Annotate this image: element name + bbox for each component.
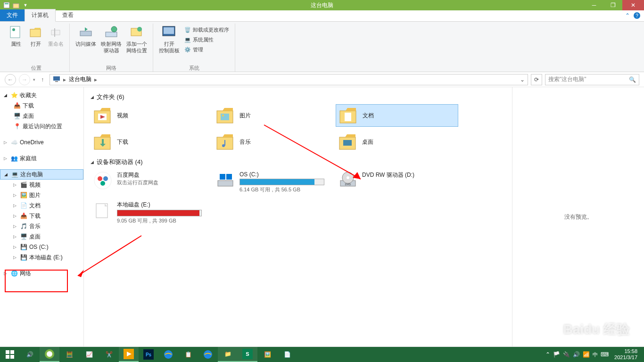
sidebar-dl2[interactable]: ▷📥下载 [0,211,83,221]
svg-point-12 [111,26,117,32]
folder-video[interactable]: 视频 [91,104,213,127]
task-explorer[interactable]: 📁 [218,347,238,362]
sidebar-desk2[interactable]: ▷🖥️桌面 [0,231,83,242]
search-input[interactable]: 搜索"这台电脑" 🔍 [545,74,639,85]
svg-rect-16 [164,27,174,34]
task-app1[interactable]: 🔊 [20,347,40,362]
sidebar-network[interactable]: ▷🌐网络 [0,268,83,279]
task-wps[interactable]: S [238,347,257,362]
drive-locale[interactable]: 本地磁盘 (E:)9.05 GB 可用 , 共 399 GB [91,199,213,226]
sidebar-homegroup[interactable]: ▷👥家庭组 [0,153,83,164]
task-ps[interactable]: Ps [139,347,158,362]
control-panel-button[interactable]: 打开 控制面板 [157,24,182,55]
sidebar-thispc[interactable]: ◢💻这台电脑 [0,169,83,180]
manage-button[interactable]: ⚙️管理 [182,45,231,54]
manage-icon: ⚙️ [184,47,191,53]
task-snip[interactable]: 📈 [79,347,99,362]
back-button[interactable]: ← [5,74,16,85]
task-app5[interactable]: 📋 [178,347,198,362]
address-bar[interactable]: ▸ 这台电脑 ▸ ⌄ [50,74,528,85]
sidebar-favorites[interactable]: ◢⭐收藏夹 [0,90,83,100]
section-devices[interactable]: ◢设备和驱动器 (4) [91,158,505,166]
properties-button[interactable]: 属性 [7,24,25,48]
uninstall-button[interactable]: 🗑️卸载或更改程序 [182,25,231,34]
help-icon[interactable]: ? [634,12,640,19]
folder-desktop[interactable]: 桌面 [336,131,458,153]
svg-rect-9 [80,31,91,36]
history-dropdown-icon[interactable]: ▾ [33,77,35,82]
sidebar-desktop[interactable]: 🖥️桌面 [0,111,83,121]
qat-properties-icon[interactable] [3,1,10,9]
folder-download[interactable]: 下载 [91,131,213,153]
task-ie2[interactable] [198,347,218,362]
window-controls: ─ ❐ ✕ [585,0,644,10]
tray-volume-icon[interactable]: 🔊 [573,351,580,358]
svg-point-58 [47,351,52,357]
svg-rect-0 [4,2,9,8]
sidebar-onedrive[interactable]: ▷☁️OneDrive [0,137,83,148]
sidebar-video[interactable]: ▷🎬视频 [0,180,83,190]
folder-picture[interactable]: 图片 [213,104,336,127]
tray-flag-icon[interactable]: 🏳️ [553,351,560,358]
task-calc[interactable]: 🧮 [59,347,79,362]
tray-ime-icon[interactable]: 中 [593,351,598,358]
rename-button[interactable]: 重命名 [46,24,66,48]
star-icon: ⭐ [10,91,18,99]
svg-rect-7 [51,30,60,35]
sidebar-music[interactable]: ▷🎵音乐 [0,221,83,231]
start-button[interactable] [0,347,20,362]
refresh-button[interactable]: ⟳ [531,74,542,85]
ribbon-collapse-icon[interactable]: ⌃ [625,12,630,19]
qat-newfolder-icon[interactable] [12,1,20,9]
map-drive-button[interactable]: 映射网络 驱动器 [99,24,124,55]
tab-computer[interactable]: 计算机 [25,9,56,22]
task-browser[interactable] [40,347,59,362]
svg-marker-20 [94,108,110,111]
drive-dvd[interactable]: DVD DVD RW 驱动器 (D:) [336,169,458,195]
up-button[interactable]: ↑ [38,75,47,84]
tray-ime2-icon[interactable]: ⌨ [601,351,609,358]
tray-net-icon[interactable]: 📶 [583,351,590,358]
download-icon: 📥 [13,102,21,109]
sidebar-recent[interactable]: 📍最近访问的位置 [0,121,83,132]
section-folders[interactable]: ◢文件夹 (6) [91,93,505,101]
ribbon-group-location: 属性 打开 重命名 位置 [3,24,70,72]
add-netloc-button[interactable]: 添加一个 网络位置 [124,24,149,55]
task-photos[interactable]: 🖼️ [257,347,277,362]
svg-rect-11 [106,32,117,37]
task-app7[interactable]: 📄 [277,347,297,362]
open-button[interactable]: 打开 [26,24,45,48]
maximize-button[interactable]: ❐ [603,0,622,10]
addr-dropdown-icon[interactable]: ⌄ [520,76,525,83]
sysprops-button[interactable]: 💻系统属性 [182,35,231,44]
sidebar-picture[interactable]: ▷🖼️图片 [0,190,83,200]
sidebar-doc[interactable]: ▷📄文档 [0,200,83,211]
tab-view[interactable]: 查看 [56,9,80,21]
access-media-button[interactable]: 访问媒体 [74,24,98,48]
drive-osc[interactable]: OS (C:)6.14 GB 可用 , 共 56.5 GB [213,169,336,195]
sidebar-osc[interactable]: ▷💾OS (C:) [0,242,83,252]
sidebar-locale[interactable]: ▷💾本地磁盘 (E:) [0,252,83,263]
addr-location[interactable]: 这台电脑 [69,75,91,83]
tab-file[interactable]: 文件 [0,9,25,21]
folder-doc[interactable]: 文档 [336,104,458,127]
sidebar-downloads[interactable]: 📥下载 [0,100,83,111]
baidu-icon [93,171,112,190]
folder-music[interactable]: 音乐 [213,131,336,153]
task-ie1[interactable] [158,347,178,362]
svg-rect-36 [224,140,225,146]
ribbon-group-network: 访问媒体 映射网络 驱动器 添加一个 网络位置 网络 [70,24,153,72]
tray-power-icon[interactable]: 🔌 [563,351,570,358]
taskbar-clock[interactable]: 15:582021/3/17 [611,348,640,361]
close-button[interactable]: ✕ [622,0,644,10]
forward-button[interactable]: → [19,74,30,85]
qat-dropdown-icon[interactable]: ▼ [22,1,29,9]
task-player[interactable] [119,347,139,362]
task-app3[interactable]: ✂️ [99,347,119,362]
tray-up-icon[interactable]: ⌃ [545,351,550,358]
minimize-button[interactable]: ─ [585,0,603,10]
drive-baidu[interactable]: 百度网盘双击运行百度网盘 [91,169,213,195]
svg-text:Ps: Ps [146,352,152,357]
svg-rect-8 [54,28,55,37]
recent-icon: 📍 [13,123,21,130]
